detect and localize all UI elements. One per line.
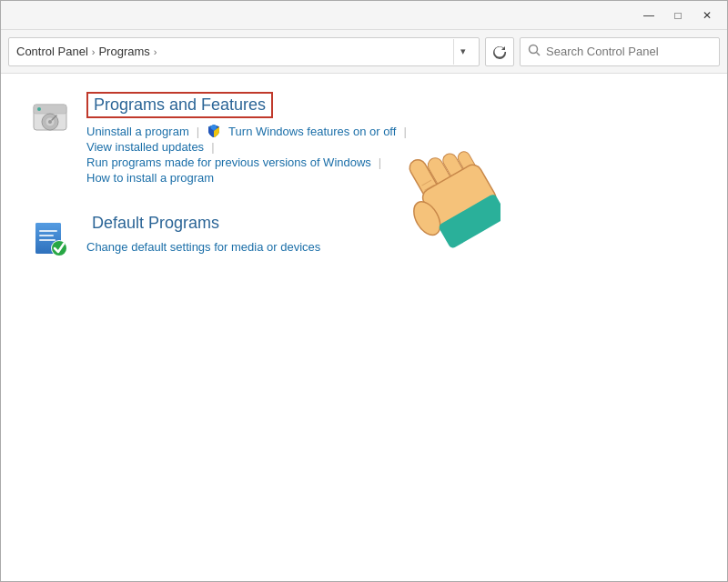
main-content: Programs and Features Uninstall a progra… [1, 74, 727, 581]
how-install-link[interactable]: How to install a program [86, 171, 214, 185]
minimize-button[interactable]: — [636, 5, 662, 25]
sep-1: | [197, 125, 199, 138]
svg-rect-12 [39, 235, 54, 236]
search-box[interactable] [520, 37, 720, 66]
turn-windows-link[interactable]: Turn Windows features on or off [228, 125, 396, 138]
svg-point-8 [37, 107, 41, 111]
programs-features-title[interactable]: Programs and Features [86, 92, 273, 118]
svg-point-6 [48, 120, 52, 124]
programs-features-body: Programs and Features Uninstall a progra… [86, 92, 700, 185]
link-row-2: View installed updates | [86, 140, 700, 154]
breadcrumb-control-panel: Control Panel [16, 45, 88, 58]
refresh-button[interactable] [485, 37, 514, 66]
uninstall-link[interactable]: Uninstall a program [86, 125, 189, 138]
sep-3: | [211, 140, 214, 154]
programs-features-links: Uninstall a program | [86, 124, 700, 185]
default-programs-icon [28, 216, 72, 259]
address-bar: Control Panel › Programs › ▾ [1, 30, 727, 74]
search-input[interactable] [546, 45, 712, 58]
sep-4: | [379, 156, 381, 169]
svg-rect-11 [39, 230, 57, 232]
svg-rect-13 [39, 239, 56, 241]
title-bar: — □ ✕ [1, 1, 727, 30]
refresh-icon [492, 45, 507, 59]
default-programs-section: Default Programs Change default settings… [28, 212, 700, 259]
view-updates-link[interactable]: View installed updates [86, 140, 204, 154]
svg-line-1 [537, 53, 541, 56]
breadcrumb-sep-1: › [92, 46, 96, 57]
default-programs-title[interactable]: Default Programs [86, 212, 225, 235]
programs-features-icon [28, 95, 72, 139]
breadcrumb-programs: Programs [98, 45, 149, 58]
maximize-button[interactable]: □ [665, 5, 691, 25]
window: — □ ✕ Control Panel › Programs › ▾ [0, 0, 728, 582]
link-row-4: How to install a program [86, 171, 700, 185]
title-bar-controls: — □ ✕ [636, 5, 720, 25]
default-programs-links: Change default settings for media or dev… [86, 240, 700, 254]
programs-and-features-section: Programs and Features Uninstall a progra… [28, 92, 700, 185]
breadcrumb-dropdown-btn[interactable]: ▾ [453, 39, 471, 65]
sep-2: | [403, 125, 406, 138]
breadcrumb-sep-2: › [154, 46, 157, 57]
svg-point-0 [530, 45, 538, 54]
search-icon [528, 44, 541, 59]
link-row-3: Run programs made for previous versions … [86, 156, 700, 169]
default-programs-body: Default Programs Change default settings… [86, 212, 700, 254]
link-row-1: Uninstall a program | [86, 124, 700, 138]
change-defaults-link[interactable]: Change default settings for media or dev… [86, 240, 320, 254]
close-button[interactable]: ✕ [694, 5, 720, 25]
breadcrumb-area[interactable]: Control Panel › Programs › ▾ [8, 37, 480, 66]
link-row-default-1: Change default settings for media or dev… [86, 240, 700, 254]
shield-icon [207, 124, 221, 138]
run-previous-link[interactable]: Run programs made for previous versions … [86, 156, 371, 169]
